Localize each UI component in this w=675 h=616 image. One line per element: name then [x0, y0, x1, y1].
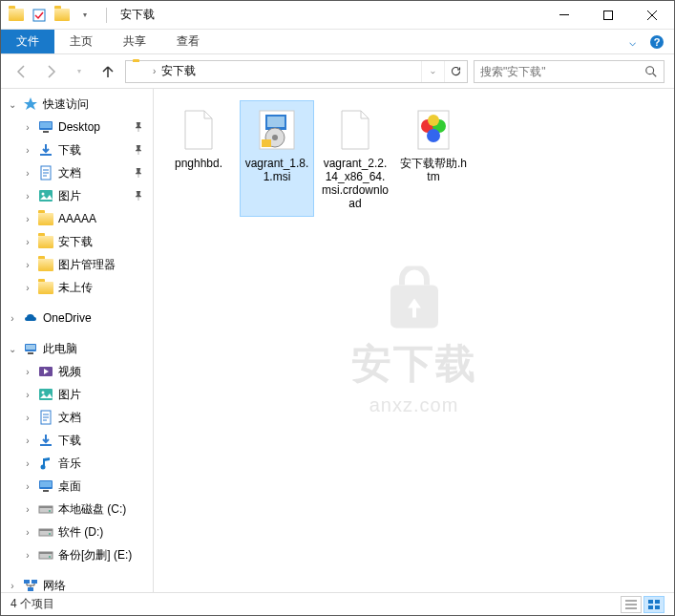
- search-input[interactable]: [480, 65, 644, 78]
- sidebar-item[interactable]: ›文档: [1, 161, 153, 184]
- chevron-right-icon[interactable]: ›: [22, 283, 33, 293]
- chevron-right-icon[interactable]: ›: [22, 481, 33, 492]
- sidebar-item-label: OneDrive: [43, 311, 92, 325]
- help-icon[interactable]: ?: [649, 34, 664, 50]
- sidebar-item[interactable]: ›图片: [1, 383, 153, 406]
- sidebar-item[interactable]: ›安下载: [1, 230, 153, 253]
- up-button[interactable]: [96, 60, 119, 83]
- chevron-right-icon[interactable]: ›: [22, 214, 33, 224]
- sidebar-item[interactable]: ›文档: [1, 406, 153, 429]
- view-details-button[interactable]: [621, 596, 642, 613]
- chevron-down-icon[interactable]: ⌄: [7, 99, 18, 110]
- recent-dropdown-icon[interactable]: ▾: [68, 60, 91, 83]
- address-dropdown-icon[interactable]: ⌵: [421, 61, 444, 82]
- chevron-right-icon[interactable]: ›: [22, 191, 33, 202]
- sidebar-item-label: 快速访问: [43, 96, 89, 113]
- chevron-right-icon[interactable]: ›: [22, 550, 33, 561]
- back-button[interactable]: [11, 60, 33, 83]
- folder-icon: [37, 256, 54, 273]
- sidebar-item[interactable]: ›未上传: [1, 276, 153, 299]
- svg-point-5: [646, 66, 654, 74]
- svg-rect-44: [262, 139, 271, 147]
- file-item[interactable]: vagrant_2.2.14_x86_64.msi.crdownload: [318, 100, 392, 217]
- chevron-right-icon[interactable]: ›: [22, 458, 33, 469]
- chevron-right-icon[interactable]: ›: [22, 527, 33, 538]
- sidebar-onedrive[interactable]: › OneDrive: [1, 307, 153, 329]
- sidebar-item-label: 下载: [58, 142, 81, 159]
- network-icon: [22, 577, 39, 592]
- folder-icon: [37, 210, 54, 227]
- address-folder-icon: [130, 62, 149, 81]
- file-item[interactable]: 安下载帮助.htm: [396, 100, 471, 217]
- sidebar-item[interactable]: ›图片管理器: [1, 253, 153, 276]
- sidebar-quick-access[interactable]: ⌄ 快速访问: [1, 93, 153, 116]
- chevron-right-icon[interactable]: ›: [22, 390, 33, 400]
- file-thumbnail-icon: [332, 107, 378, 153]
- sidebar-item-label: 视频: [58, 364, 81, 380]
- chevron-right-icon[interactable]: ›: [22, 168, 33, 179]
- chevron-right-icon[interactable]: ›: [22, 413, 33, 423]
- chevron-right-icon[interactable]: ›: [7, 313, 18, 324]
- forward-button[interactable]: [39, 60, 62, 83]
- sidebar-item[interactable]: ›视频: [1, 360, 153, 383]
- svg-point-49: [428, 115, 439, 126]
- chevron-right-icon[interactable]: ›: [22, 122, 33, 133]
- close-button[interactable]: [630, 1, 674, 30]
- qat-dropdown-icon[interactable]: ▾: [77, 8, 93, 23]
- sidebar-item-label: 软件 (D:): [58, 524, 103, 541]
- sidebar-item[interactable]: ›备份[勿删] (E:): [1, 543, 153, 566]
- svg-rect-50: [648, 600, 653, 604]
- folder-qat-icon[interactable]: [54, 8, 70, 23]
- sidebar-item[interactable]: ›软件 (D:): [1, 520, 153, 543]
- sidebar-item[interactable]: ›桌面: [1, 475, 153, 498]
- pictures-icon: [37, 187, 54, 204]
- chevron-right-icon[interactable]: ›: [22, 260, 33, 270]
- chevron-right-icon[interactable]: ›: [22, 367, 33, 377]
- sidebar-item[interactable]: ›音乐: [1, 452, 153, 475]
- file-item[interactable]: pnghhbd.: [161, 100, 236, 217]
- sidebar-item[interactable]: ›AAAAA: [1, 207, 153, 230]
- sidebar-item[interactable]: ›Desktop: [1, 116, 153, 138]
- search-box[interactable]: [474, 60, 664, 83]
- chevron-down-icon[interactable]: ⌄: [7, 344, 18, 354]
- desktop-icon: [37, 478, 54, 495]
- search-icon[interactable]: [644, 65, 658, 78]
- maximize-button[interactable]: [586, 1, 630, 30]
- refresh-button[interactable]: [444, 61, 467, 82]
- svg-point-31: [49, 533, 51, 535]
- sidebar-item-label: 图片管理器: [58, 257, 116, 273]
- sidebar-this-pc[interactable]: ⌄ 此电脑: [1, 337, 153, 360]
- onedrive-icon: [22, 309, 39, 327]
- address-bar[interactable]: › 安下载 ⌵: [125, 60, 468, 83]
- chevron-right-icon[interactable]: ›: [22, 435, 33, 446]
- desktop-icon: [37, 118, 54, 136]
- chevron-right-icon[interactable]: ›: [22, 145, 33, 156]
- tab-share[interactable]: 共享: [108, 30, 161, 53]
- ribbon-expand-icon[interactable]: ⌵: [629, 35, 636, 49]
- minimize-button[interactable]: [542, 1, 586, 30]
- svg-rect-12: [39, 190, 53, 202]
- sidebar-item[interactable]: ›本地磁盘 (C:): [1, 498, 153, 520]
- tab-home[interactable]: 主页: [54, 30, 108, 53]
- sidebar-item[interactable]: ›下载: [1, 429, 153, 452]
- file-item[interactable]: vagrant_1.8.1.msi: [240, 100, 314, 217]
- view-icons-button[interactable]: [643, 596, 664, 613]
- sidebar-item-label: Desktop: [58, 120, 100, 134]
- sidebar-item-label: AAAAA: [58, 212, 96, 225]
- sidebar-network[interactable]: › 网络: [1, 574, 153, 592]
- svg-rect-36: [32, 580, 37, 584]
- tab-view[interactable]: 查看: [161, 30, 215, 53]
- svg-rect-30: [39, 529, 53, 531]
- tab-file[interactable]: 文件: [1, 30, 54, 53]
- sidebar-item[interactable]: ›图片: [1, 184, 153, 207]
- chevron-right-icon[interactable]: ›: [22, 504, 33, 515]
- videos-icon: [37, 363, 54, 380]
- chevron-right-icon[interactable]: ›: [22, 237, 33, 247]
- navigation-pane[interactable]: ⌄ 快速访问 ›Desktop›下载›文档›图片›AAAAA›安下载›图片管理器…: [1, 89, 154, 592]
- file-list[interactable]: 安下载 anxz.com pnghhbd.vagrant_1.8.1.msiva…: [154, 89, 674, 592]
- file-name: vagrant_2.2.14_x86_64.msi.crdownload: [321, 157, 390, 210]
- breadcrumb[interactable]: 安下载: [156, 63, 201, 79]
- properties-qat-icon[interactable]: [32, 8, 47, 23]
- sidebar-item[interactable]: ›下载: [1, 138, 153, 161]
- chevron-right-icon[interactable]: ›: [7, 581, 18, 591]
